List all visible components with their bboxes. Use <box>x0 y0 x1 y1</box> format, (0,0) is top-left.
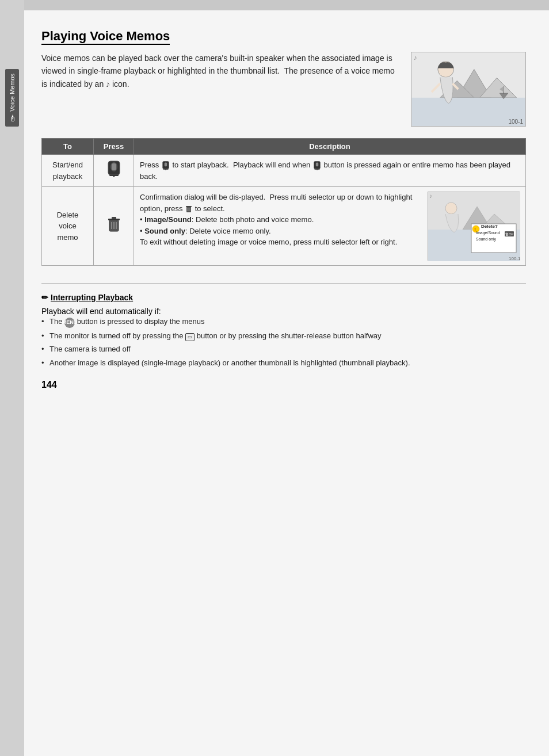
table-row: Deletevoicememo <box>42 187 526 266</box>
monitor-button-icon: ▭ <box>185 333 195 341</box>
interrupting-bullets: The MENU button is pressed to display th… <box>41 316 526 368</box>
menu-button-icon: MENU <box>64 318 75 328</box>
page-title: Playing Voice Memos <box>41 29 170 45</box>
svg-rect-14 <box>112 163 116 170</box>
page-number: 144 <box>41 380 526 390</box>
svg-text:Image/Sound: Image/Sound <box>476 231 500 235</box>
microphone-button-icon <box>106 160 122 178</box>
table-header-press: Press <box>94 139 134 155</box>
row2-description: Confirmation dialog will be dis-played. … <box>134 187 526 266</box>
svg-rect-22 <box>316 162 319 166</box>
content-area: Playing Voice Memos Voice memos can be p… <box>41 29 526 390</box>
table-row: Start/endplayback Press to start playbac <box>42 155 526 187</box>
svg-rect-16 <box>113 175 115 177</box>
svg-rect-18 <box>165 162 167 166</box>
row1-to: Start/endplayback <box>42 155 94 187</box>
delete-button-icon <box>106 215 122 234</box>
microphone-icon: 🎙 <box>7 114 17 122</box>
delete-dialog-screenshot: ♪ ! Delete? Image/Sound <box>428 192 520 261</box>
svg-text:100-1: 100-1 <box>509 256 520 261</box>
sound-only-label: Sound only <box>144 227 185 235</box>
svg-point-40 <box>445 203 457 214</box>
delete-cell-content: Confirmation dialog will be dis-played. … <box>140 192 520 261</box>
list-item: The monitor is turned off by pressing th… <box>41 330 526 342</box>
list-item: The camera is turned off <box>41 343 526 355</box>
row1-description: Press to start playback. Playback will e… <box>134 155 526 187</box>
image-sound-label: Image/Sound <box>144 215 192 224</box>
pencil-icon: ✏ <box>41 293 48 302</box>
svg-text:Sound only: Sound only <box>476 237 497 242</box>
intro-camera-image: ♪ 100-1 <box>411 52 526 127</box>
intro-scene: ♪ <box>411 52 525 126</box>
svg-text:Delete?: Delete? <box>481 224 498 229</box>
intro-text: Voice memos can be played back over the … <box>41 52 399 127</box>
svg-text:🗑OK: 🗑OK <box>505 232 514 236</box>
intro-section: Voice memos can be played back over the … <box>41 52 526 127</box>
svg-rect-20 <box>165 169 166 170</box>
svg-text:♪: ♪ <box>429 193 432 199</box>
top-bar <box>24 0 549 10</box>
sidebar-tab-voice-memos: 🎙 Voice Memos <box>5 69 19 127</box>
main-content: Playing Voice Memos Voice memos can be p… <box>24 0 549 756</box>
svg-rect-24 <box>317 169 317 170</box>
playback-table: To Press Description Start/endplayback <box>41 138 526 266</box>
row2-to: Deletevoicememo <box>42 187 94 266</box>
intro-image-label: 100-1 <box>508 119 523 125</box>
interrupting-intro: Playback will end automatically if: <box>41 307 526 316</box>
interrupting-title: ✏ Interrupting Playback <box>41 293 526 302</box>
svg-text:♪: ♪ <box>413 54 417 62</box>
delete-text: Confirmation dialog will be dis-played. … <box>140 192 422 261</box>
table-header-to: To <box>42 139 94 155</box>
interrupting-title-text: Interrupting Playback <box>51 293 133 302</box>
list-item: Another image is displayed (single-image… <box>41 357 526 369</box>
interrupting-section: ✏ Interrupting Playback Playback will en… <box>41 283 526 368</box>
table-header-description: Description <box>134 139 526 155</box>
row1-press <box>94 155 134 187</box>
sidebar-label: Voice Memos <box>9 74 16 112</box>
row2-press <box>94 187 134 266</box>
sidebar: 🎙 Voice Memos <box>0 0 24 756</box>
svg-rect-27 <box>112 217 116 219</box>
list-item: The MENU button is pressed to display th… <box>41 316 526 328</box>
